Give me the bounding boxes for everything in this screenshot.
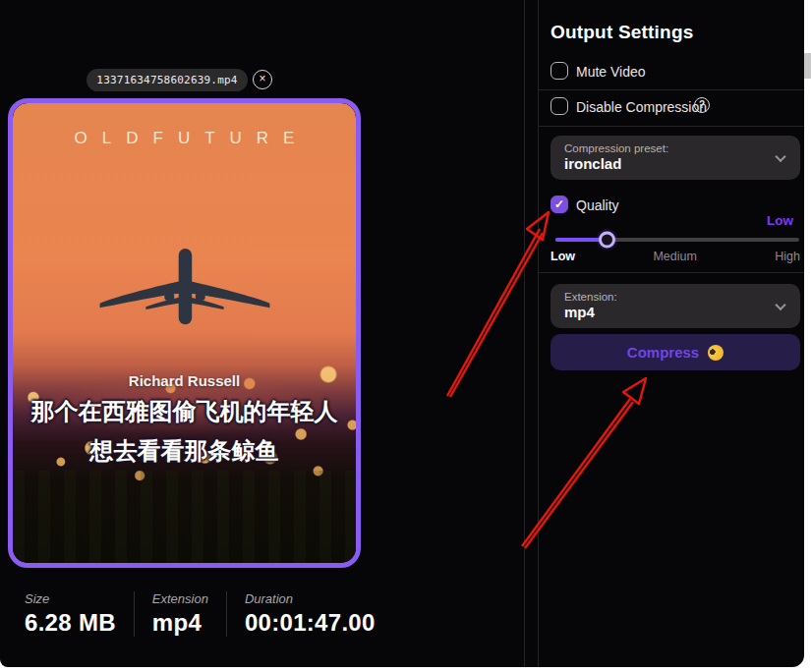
section-divider bbox=[539, 89, 804, 90]
compression-preset-value: ironclad bbox=[564, 155, 786, 172]
extension-select[interactable]: Extension: mp4 bbox=[550, 284, 800, 328]
quality-checkbox[interactable]: ✓ bbox=[550, 196, 568, 213]
video-stats: Size 6.28 MB Extension mp4 Duration 00:0… bbox=[25, 591, 393, 637]
subtitle-line-1: 那个在西雅图偷飞机的年轻人 bbox=[13, 398, 356, 426]
page: 13371634758602639.mp4 × OLDFUTURE bbox=[0, 0, 811, 672]
scrollbar-thumb[interactable] bbox=[804, 53, 811, 79]
arrow-to-quality-shaft bbox=[447, 229, 540, 396]
disable-compression-label: Disable Compression bbox=[576, 99, 707, 115]
video-credit: Richard Russell bbox=[13, 372, 356, 389]
fist-emoji-icon bbox=[708, 345, 724, 361]
stat-duration: Duration 00:01:47.00 bbox=[226, 591, 393, 637]
app-window: 13371634758602639.mp4 × OLDFUTURE bbox=[0, 0, 804, 667]
disable-compression-checkbox[interactable] bbox=[550, 97, 568, 115]
dark-field bbox=[13, 471, 356, 563]
stat-size-label: Size bbox=[25, 591, 116, 606]
video-thumbnail: OLDFUTURE Richard Russell 那个在西雅图偷飞机的年轻人 … bbox=[13, 103, 356, 563]
tick-high: High bbox=[775, 250, 800, 263]
tick-medium: Medium bbox=[653, 250, 696, 263]
section-divider bbox=[539, 126, 804, 127]
quality-value-badge: Low bbox=[767, 213, 793, 228]
compression-preset-select[interactable]: Compression preset: ironclad bbox=[550, 136, 800, 180]
section-divider bbox=[539, 272, 804, 273]
subtitle-line-2: 想去看看那条鲸鱼 bbox=[13, 437, 356, 466]
panel-divider bbox=[538, 0, 539, 667]
compression-preset-label: Compression preset: bbox=[564, 142, 786, 154]
quality-slider-track[interactable] bbox=[555, 238, 799, 242]
extension-value: mp4 bbox=[564, 304, 786, 320]
stat-extension-value: mp4 bbox=[152, 609, 208, 637]
stat-duration-label: Duration bbox=[245, 591, 376, 606]
compress-button[interactable]: Compress bbox=[550, 334, 800, 370]
filename-chip: 13371634758602639.mp4 bbox=[87, 69, 248, 91]
close-icon[interactable]: × bbox=[253, 70, 272, 89]
stat-size: Size 6.28 MB bbox=[25, 591, 134, 637]
quality-slider-ticks: Low Medium High bbox=[550, 250, 800, 263]
compress-button-label: Compress bbox=[627, 344, 699, 361]
airplane-silhouette bbox=[96, 247, 273, 355]
output-settings-title: Output Settings bbox=[550, 22, 693, 43]
video-preview-card: OLDFUTURE Richard Russell 那个在西雅图偷飞机的年轻人 … bbox=[8, 98, 361, 568]
quality-slider-thumb[interactable] bbox=[599, 232, 615, 249]
stat-extension-label: Extension bbox=[152, 591, 208, 606]
quality-label: Quality bbox=[576, 197, 619, 213]
help-icon[interactable]: ? bbox=[694, 97, 710, 113]
arrow-to-compress-head bbox=[623, 378, 646, 404]
tick-low: Low bbox=[550, 250, 575, 263]
stat-extension: Extension mp4 bbox=[134, 591, 226, 637]
video-overlay-title: OLDFUTURE bbox=[13, 129, 356, 148]
stat-duration-value: 00:01:47.00 bbox=[245, 609, 376, 637]
stat-size-value: 6.28 MB bbox=[25, 609, 116, 637]
mute-video-checkbox[interactable] bbox=[550, 62, 568, 80]
panel-divider bbox=[524, 0, 525, 667]
extension-label: Extension: bbox=[564, 291, 786, 303]
mute-video-label: Mute Video bbox=[576, 64, 646, 80]
